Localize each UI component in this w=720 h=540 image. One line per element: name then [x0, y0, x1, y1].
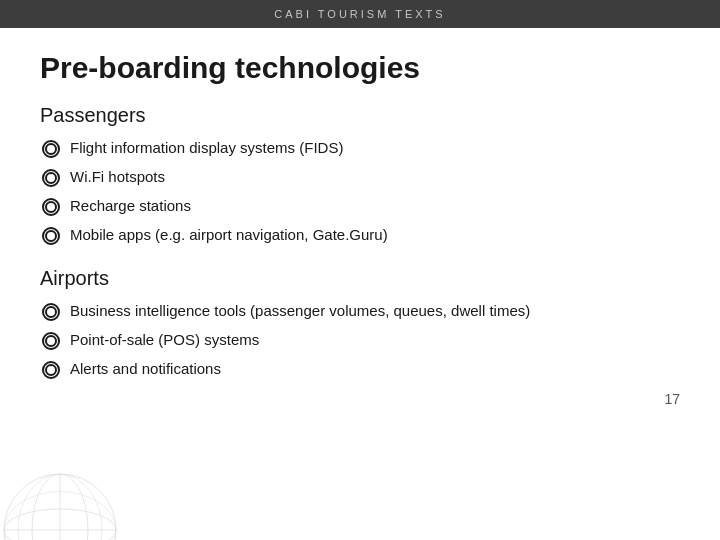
list-item: Point-of-sale (POS) systems [40, 329, 680, 352]
header-bar: CABI TOURISM TEXTS [0, 0, 720, 28]
svg-point-1 [32, 474, 88, 540]
list-item: Wi.Fi hotspots [40, 166, 680, 189]
target-icon [42, 140, 60, 158]
bullet-text: Business intelligence tools (passenger v… [70, 300, 680, 321]
list-item: Alerts and notifications [40, 358, 680, 381]
airports-list: Business intelligence tools (passenger v… [40, 300, 680, 381]
section-heading-passengers: Passengers [40, 104, 680, 127]
bullet-text: Mobile apps (e.g. airport navigation, Ga… [70, 224, 680, 245]
bullet-icon [40, 225, 62, 247]
svg-point-6 [4, 492, 116, 541]
bullet-text: Alerts and notifications [70, 358, 680, 379]
passengers-list: Flight information display systems (FIDS… [40, 137, 680, 247]
bullet-text: Recharge stations [70, 195, 680, 216]
list-item: Mobile apps (e.g. airport navigation, Ga… [40, 224, 680, 247]
bullet-icon [40, 301, 62, 323]
bullet-icon [40, 330, 62, 352]
target-icon [42, 169, 60, 187]
bullet-icon [40, 138, 62, 160]
page-title: Pre-boarding technologies [40, 50, 680, 86]
main-content: Pre-boarding technologies Passengers Fli… [0, 28, 720, 421]
svg-point-5 [18, 474, 102, 540]
bullet-text: Wi.Fi hotspots [70, 166, 680, 187]
list-item: Business intelligence tools (passenger v… [40, 300, 680, 323]
target-icon [42, 227, 60, 245]
bullet-icon [40, 167, 62, 189]
bullet-icon [40, 196, 62, 218]
target-icon [42, 332, 60, 350]
list-item: Flight information display systems (FIDS… [40, 137, 680, 160]
svg-point-0 [4, 474, 116, 540]
target-icon [42, 361, 60, 379]
bullet-text: Flight information display systems (FIDS… [70, 137, 680, 158]
svg-point-2 [4, 509, 116, 540]
bullet-icon [40, 359, 62, 381]
list-item: Recharge stations [40, 195, 680, 218]
target-icon [42, 303, 60, 321]
background-map [0, 440, 140, 540]
page-number: 17 [664, 391, 680, 407]
header-title: CABI TOURISM TEXTS [274, 8, 445, 20]
section-heading-airports: Airports [40, 267, 680, 290]
target-icon [42, 198, 60, 216]
bullet-text: Point-of-sale (POS) systems [70, 329, 680, 350]
